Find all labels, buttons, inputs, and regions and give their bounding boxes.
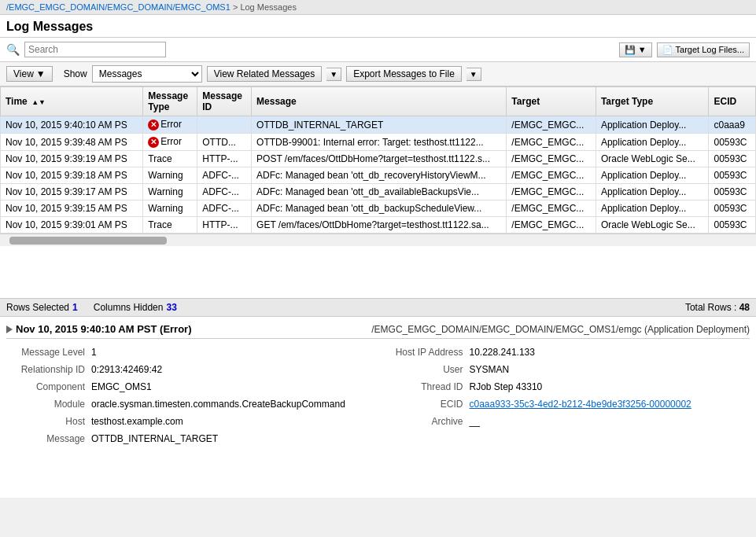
cell-type: Trace [143, 151, 197, 167]
cell-time: Nov 10, 2015 9:39:01 AM PS [1, 217, 143, 234]
col-message[interactable]: Message [252, 87, 507, 116]
detail-field-row: Module oracle.sysman.timesten.commands.C… [6, 397, 372, 411]
breadcrumb: /EMGC_EMGC_DOMAIN/EMGC_DOMAIN/EMGC_OMS1 … [0, 0, 756, 15]
status-bar: Rows Selected 1 Columns Hidden 33 Total … [0, 299, 756, 317]
cell-message: ADFc: Managed bean 'ott_db_availableBack… [252, 184, 507, 200]
cell-type: ✕Error [143, 116, 197, 134]
cell-id: ADFC-... [197, 184, 252, 200]
cell-ecid: 00593C [709, 134, 756, 151]
cell-time: Nov 10, 2015 9:39:48 AM PS [1, 134, 143, 151]
export-dropdown-btn[interactable]: ▼ [467, 68, 481, 81]
cell-target: /EMGC_EMGC... [507, 167, 596, 184]
log-table: Time ▲▼ MessageType MessageID Message Ta… [0, 86, 756, 234]
detail-field-value: __ [470, 416, 480, 427]
cell-id: ADFC-... [197, 200, 252, 217]
table-row[interactable]: Nov 10, 2015 9:39:18 AM PS Warning ADFC-… [1, 167, 756, 184]
cell-target: /EMGC_EMGC... [507, 151, 596, 167]
detail-field-row: Archive __ [385, 414, 750, 428]
col-ecid[interactable]: ECID [709, 87, 756, 116]
cell-time: Nov 10, 2015 9:39:18 AM PS [1, 167, 143, 184]
cell-ecid: 00593C [709, 200, 756, 217]
cell-message: ADFc: Managed bean 'ott_db_backupSchedul… [252, 200, 507, 217]
cell-ecid: 00593C [709, 151, 756, 167]
cell-ecid: 00593C [709, 167, 756, 184]
cell-target-type: Application Deploy... [596, 134, 709, 151]
detail-field-label: Component [6, 381, 85, 392]
detail-field-label: Message Level [6, 347, 85, 358]
cell-target-type: Oracle WebLogic Se... [596, 151, 709, 167]
table-row[interactable]: Nov 10, 2015 9:40:10 AM PS ✕Error OTTDB_… [1, 116, 756, 134]
cell-type: ✕Error [143, 134, 197, 151]
search-input[interactable] [24, 42, 166, 57]
cell-target: /EMGC_EMGC... [507, 217, 596, 234]
cell-message: ADFc: Managed bean 'ott_db_recoveryHisto… [252, 167, 507, 184]
detail-subtitle: /EMGC_EMGC_DOMAIN/EMGC_DOMAIN/EMGC_OMS1/… [371, 324, 750, 335]
error-icon: ✕ [148, 120, 159, 131]
cell-target-type: Application Deploy... [596, 200, 709, 217]
columns-hidden-label: Columns Hidden [94, 302, 164, 313]
cell-id: OTTD... [197, 134, 252, 151]
scroll-thumb[interactable] [9, 237, 167, 245]
breadcrumb-link[interactable]: /EMGC_EMGC_DOMAIN/EMGC_DOMAIN/EMGC_OMS1 [6, 2, 230, 12]
horizontal-scrollbar[interactable] [0, 234, 756, 246]
show-label: Show [64, 68, 87, 79]
sort-icon: ▲▼ [31, 98, 46, 106]
detail-field-value: RJob Step 43310 [470, 381, 543, 392]
cell-time: Nov 10, 2015 9:40:10 AM PS [1, 116, 143, 134]
cell-time: Nov 10, 2015 9:39:19 AM PS [1, 151, 143, 167]
col-target[interactable]: Target [507, 87, 596, 116]
cell-type: Warning [143, 167, 197, 184]
cell-id: HTTP-... [197, 151, 252, 167]
cell-type: Warning [143, 184, 197, 200]
cell-message: OTTDB_INTERNAL_TARGET [252, 116, 507, 134]
col-time[interactable]: Time ▲▼ [1, 87, 143, 116]
log-table-container: Time ▲▼ MessageType MessageID Message Ta… [0, 86, 756, 299]
table-row[interactable]: Nov 10, 2015 9:39:19 AM PS Trace HTTP-..… [1, 151, 756, 167]
cell-target: /EMGC_EMGC... [507, 184, 596, 200]
col-target-type[interactable]: Target Type [596, 87, 709, 116]
cell-message: GET /em/faces/OttDbHome?target=testhost.… [252, 217, 507, 234]
col-message-type[interactable]: MessageType [143, 87, 197, 116]
detail-field-label: Archive [385, 416, 463, 427]
detail-field-value: 0:2913:42469:42 [91, 364, 162, 375]
detail-field-row: Relationship ID 0:2913:42469:42 [6, 362, 372, 377]
cell-target-type: Application Deploy... [596, 167, 709, 184]
collapse-icon[interactable] [6, 326, 13, 333]
cell-message: POST /em/faces/OttDbHome?target=testhost… [252, 151, 507, 167]
detail-field-value: 1 [91, 347, 97, 358]
save-icon: 💾 [625, 45, 636, 55]
file-icon: 📄 [662, 45, 673, 55]
detail-field-label: Module [6, 399, 85, 410]
table-row[interactable]: Nov 10, 2015 9:39:01 AM PS Trace HTTP-..… [1, 217, 756, 234]
export-btn[interactable]: Export Messages to File [346, 66, 462, 82]
col-message-id[interactable]: MessageID [197, 87, 252, 116]
detail-field-row: User SYSMAN [385, 362, 750, 377]
cell-id: ADFC-... [197, 167, 252, 184]
detail-field-link[interactable]: c0aaa933-35c3-4ed2-b212-4be9de3f3256-000… [470, 399, 691, 410]
table-row[interactable]: Nov 10, 2015 9:39:17 AM PS Warning ADFC-… [1, 184, 756, 200]
view-btn[interactable]: View ▼ [6, 66, 53, 82]
show-select[interactable]: Messages [92, 65, 202, 83]
detail-left-col: Message Level 1 Relationship ID 0:2913:4… [6, 345, 372, 446]
target-log-files-btn[interactable]: 📄 Target Log Files... [657, 42, 750, 57]
detail-field-label: ECID [385, 399, 463, 410]
detail-right-col: Host IP Address 10.228.241.133 User SYSM… [385, 345, 750, 446]
detail-field-row: Component EMGC_OMS1 [6, 380, 372, 394]
cell-ecid: c0aaa9 [709, 116, 756, 134]
save-icon-btn[interactable]: 💾 ▼ [619, 42, 652, 57]
detail-field-value: 10.228.241.133 [470, 347, 535, 358]
table-row[interactable]: Nov 10, 2015 9:39:15 AM PS Warning ADFC-… [1, 200, 756, 217]
cell-target-type: Application Deploy... [596, 184, 709, 200]
cell-ecid: 00593C [709, 184, 756, 200]
detail-field-label: User [385, 364, 463, 375]
detail-field-label: Host IP Address [385, 347, 463, 358]
view-related-btn[interactable]: View Related Messages [207, 66, 323, 82]
detail-field-label: Thread ID [385, 381, 463, 392]
detail-field-row: Host testhost.example.com [6, 414, 372, 428]
table-row[interactable]: Nov 10, 2015 9:39:48 AM PS ✕Error OTTD..… [1, 134, 756, 151]
detail-field-value: EMGC_OMS1 [91, 381, 152, 392]
detail-field-row: ECID c0aaa933-35c3-4ed2-b212-4be9de3f325… [385, 397, 750, 411]
columns-hidden-count: 33 [166, 302, 176, 313]
cell-target: /EMGC_EMGC... [507, 200, 596, 217]
view-related-dropdown-btn[interactable]: ▼ [326, 68, 341, 81]
